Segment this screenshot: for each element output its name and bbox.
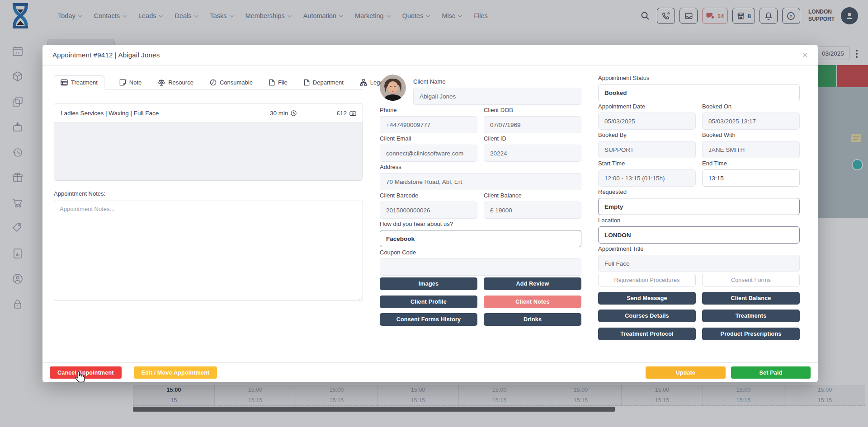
appointment-date-label: Appointment Date xyxy=(598,103,696,110)
send-message-button[interactable]: Send Message xyxy=(598,292,696,305)
modal-footer: Cancel Appointment Edit / Move Appointme… xyxy=(42,362,818,382)
requested-label: Requested xyxy=(598,188,800,195)
booked-by-label: Booked By xyxy=(598,131,696,138)
add-review-button[interactable]: Add Review xyxy=(484,277,581,290)
booked-with-field: JANE SMITH xyxy=(702,141,800,158)
rejuvenation-procedures-button[interactable]: Rejuvenation Procedures xyxy=(598,274,696,286)
hear-about-label: How did you hear about us? xyxy=(380,221,581,227)
client-email-field: connect@clinicsoftware.com xyxy=(380,145,477,162)
treatment-duration: 30 min xyxy=(270,110,288,117)
edit-move-appointment-button[interactable]: Edit / Move Appointment xyxy=(134,366,217,379)
phone-label: Phone xyxy=(380,107,477,113)
start-time-field: 12:00 - 13:15 (01:15h) xyxy=(598,169,696,187)
client-name-field: Abigail Jones xyxy=(413,88,581,105)
drinks-button[interactable]: Drinks xyxy=(484,313,581,326)
location-label: Location xyxy=(598,217,800,224)
booked-by-field: SUPPORT xyxy=(598,141,696,158)
pie-icon xyxy=(210,79,217,86)
address-field: 70 Maidstone Road, Abl, Ert xyxy=(380,173,581,190)
appointment-title-label: Appointment Title xyxy=(598,245,800,252)
appointment-modal: Appointment #9412 | Abigail Jones × Trea… xyxy=(42,45,818,382)
client-photo xyxy=(380,75,406,101)
appointment-title-field: Full Face xyxy=(598,255,800,272)
note-icon xyxy=(119,79,126,86)
appointment-notes-textarea[interactable] xyxy=(54,201,363,300)
tab-note[interactable]: Note xyxy=(118,76,143,89)
phone-field: +447490009777 xyxy=(380,116,477,133)
modal-tabs: Treatment Note Resource Consumable File xyxy=(54,75,363,89)
treatment-name: Ladies Services | Waxing | Full Face xyxy=(61,110,159,117)
client-email-label: Client Email xyxy=(380,135,477,142)
client-barcode-field: 2015000000026 xyxy=(380,202,477,219)
hear-about-select[interactable]: Facebook xyxy=(380,230,581,247)
client-dob-field: 07/07/1969 xyxy=(484,116,581,133)
treatment-row[interactable]: Ladies Services | Waxing | Full Face 30 … xyxy=(54,103,363,122)
client-id-field: 20224 xyxy=(484,145,581,162)
images-button[interactable]: Images xyxy=(380,277,477,290)
appointment-notes-label: Appointment Notes: xyxy=(54,190,363,197)
client-name-label: Client Name xyxy=(413,78,581,85)
booked-on-label: Booked On xyxy=(702,103,800,110)
treatment-list-icon xyxy=(61,79,68,86)
client-balance-button[interactable]: Client Balance xyxy=(702,292,800,305)
booked-with-label: Booked With xyxy=(702,131,800,138)
tab-consumable[interactable]: Consumable xyxy=(208,76,254,89)
treatment-protocol-button[interactable]: Treatment Protocol xyxy=(598,328,696,340)
coupon-code-label: Coupon Code xyxy=(380,249,581,256)
cancel-appointment-button[interactable]: Cancel Appointment xyxy=(50,366,122,379)
courses-details-button[interactable]: Courses Details xyxy=(598,310,696,322)
treatment-list-empty-area xyxy=(54,122,363,180)
cash-icon xyxy=(349,110,356,116)
requested-select[interactable]: Empty xyxy=(598,198,800,215)
client-id-label: Client ID xyxy=(484,135,581,142)
modal-header: Appointment #9412 | Abigail Jones × xyxy=(42,45,818,66)
tab-resource[interactable]: Resource xyxy=(156,76,195,89)
tab-file[interactable]: File xyxy=(268,76,289,89)
client-balance-field: £ 19000 xyxy=(484,202,581,219)
treatment-list: Ladies Services | Waxing | Full Face 30 … xyxy=(54,103,363,181)
close-icon[interactable]: × xyxy=(802,50,808,60)
client-profile-button[interactable]: Client Profile xyxy=(380,296,477,308)
clock-icon xyxy=(291,110,297,116)
modal-title: Appointment #9412 | Abigail Jones xyxy=(52,51,160,59)
end-time-label: End Time xyxy=(702,160,800,167)
treatments-button[interactable]: Treatments xyxy=(702,310,800,322)
scale-icon xyxy=(158,79,165,86)
set-paid-button[interactable]: Set Paid xyxy=(731,366,811,379)
appointment-status-select[interactable]: Booked xyxy=(598,84,800,101)
start-time-label: Start Time xyxy=(598,160,696,167)
client-barcode-label: Client Barcode xyxy=(380,192,477,199)
end-time-input[interactable]: 13:15 xyxy=(702,169,800,187)
update-button[interactable]: Update xyxy=(646,366,726,379)
treatment-price: £12 xyxy=(336,110,347,117)
address-label: Address xyxy=(380,164,581,170)
consent-forms-button[interactable]: Consent Forms xyxy=(702,274,800,286)
product-prescriptions-button[interactable]: Product Prescriptions xyxy=(702,328,800,340)
sitemap-icon xyxy=(360,79,367,86)
coupon-code-input[interactable] xyxy=(380,258,581,276)
booked-on-field: 05/03/2025 13:17 xyxy=(702,113,800,130)
appointment-date-field: 05/03/2025 xyxy=(598,113,696,130)
client-balance-label: Client Balance xyxy=(484,192,581,199)
client-notes-button[interactable]: Client Notes xyxy=(484,296,581,308)
tab-treatment[interactable]: Treatment xyxy=(54,75,104,89)
client-dob-label: Client DOB xyxy=(484,107,581,113)
department-file-icon xyxy=(304,79,310,86)
file-icon xyxy=(269,79,275,86)
appointment-status-label: Appointment Status xyxy=(598,75,800,81)
location-select[interactable]: LONDON xyxy=(598,226,800,244)
consent-forms-history-button[interactable]: Consent Forms History xyxy=(380,313,477,326)
tab-department[interactable]: Department xyxy=(302,76,345,89)
